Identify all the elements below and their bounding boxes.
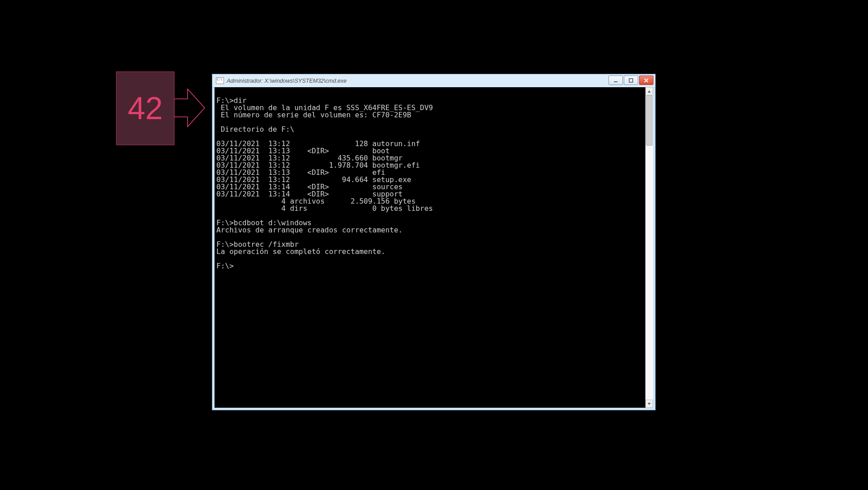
cmd-icon	[216, 77, 224, 84]
maximize-button[interactable]	[624, 76, 638, 85]
minimize-button[interactable]	[608, 76, 623, 85]
window-title: Administrador: X:\windows\SYSTEM32\cmd.e…	[227, 78, 347, 84]
step-arrow-icon	[174, 85, 206, 130]
screenshot-stage: 42 Administrador: X:\windows\SYSTEM32\cm…	[0, 0, 868, 490]
window-buttons	[608, 76, 653, 85]
svg-rect-1	[629, 79, 633, 82]
terminal-area[interactable]: F:\>dir El volumen de la unidad F es SSS…	[215, 87, 653, 408]
terminal-output: F:\>dir El volumen de la unidad F es SSS…	[215, 87, 645, 408]
terminal-scrollbar[interactable]	[645, 87, 653, 408]
scroll-down-button[interactable]	[645, 400, 653, 408]
titlebar[interactable]: Administrador: X:\windows\SYSTEM32\cmd.e…	[212, 74, 655, 88]
scroll-up-button[interactable]	[645, 87, 653, 95]
scroll-thumb[interactable]	[646, 95, 653, 146]
step-number: 42	[128, 90, 163, 126]
step-callout-box: 42	[116, 71, 174, 145]
close-button[interactable]	[639, 76, 653, 85]
scroll-track[interactable]	[645, 95, 653, 400]
cmd-window: Administrador: X:\windows\SYSTEM32\cmd.e…	[212, 74, 656, 410]
